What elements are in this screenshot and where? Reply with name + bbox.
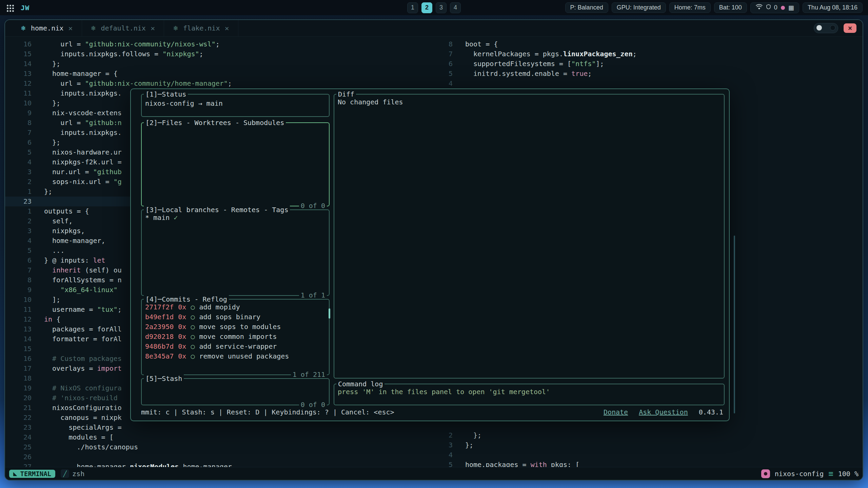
panel-files[interactable]: [2]─Files - Worktrees - Submodules 0 of … <box>141 122 330 206</box>
line-number: 13 <box>5 324 44 334</box>
shell-name: zsh <box>72 470 84 478</box>
donate-link[interactable]: Donate <box>604 408 628 416</box>
keyboard-grid-icon: ▦ <box>788 4 794 11</box>
line-number: 11 <box>5 305 44 314</box>
tab-close-icon[interactable]: × <box>68 24 73 33</box>
line-number: 8 <box>5 275 44 285</box>
tab-label: home.nix <box>31 24 63 32</box>
code-line[interactable]: 2 }; <box>443 430 863 440</box>
scrollbar-thumb[interactable] <box>734 236 735 413</box>
code-line[interactable]: 5 initrd.systemd.enable = true; <box>443 69 863 79</box>
apps-grid-icon[interactable] <box>7 5 8 6</box>
panel-branches[interactable]: [3]─Local branches - Remotes - Tags * ma… <box>141 209 330 296</box>
code-line[interactable]: 14 }; <box>5 59 443 69</box>
statusbar-right: nixos-config ≡ 100 % <box>761 469 859 479</box>
topbar-right: P: Balanced GPU: Integrated Home: 7ms Ba… <box>565 2 863 13</box>
commit-row[interactable]: b49ef1d0x○add sops binary <box>145 312 326 322</box>
commit-row[interactable]: d9202180x○move common imports <box>145 332 326 342</box>
code-line[interactable]: 3}; <box>443 440 863 450</box>
line-number: 16 <box>5 39 44 49</box>
network-latency[interactable]: Home: 7ms <box>669 2 711 13</box>
code-line[interactable]: 6 supportedFilesystems = ["ntfs"]; <box>443 59 863 69</box>
tab-home-nix[interactable]: ❄ home.nix × <box>12 20 82 36</box>
line-number: 15 <box>5 49 44 59</box>
code-line[interactable]: 4 <box>443 450 863 460</box>
commit-row[interactable]: 8e345a70x○remove unused packages <box>145 351 326 361</box>
line-number: 10 <box>5 295 44 305</box>
window-controls: × <box>814 23 856 33</box>
line-number: 6 <box>5 256 44 265</box>
tab-close-icon[interactable]: × <box>151 24 155 33</box>
panel-diff[interactable]: Diff No changed files <box>334 94 725 379</box>
shield-icon <box>766 4 771 11</box>
nix-snowflake-icon: ❄ <box>91 24 96 32</box>
code-line[interactable]: 16 url = "github:nix-community/nixos-wsl… <box>5 39 443 49</box>
line-number: 12 <box>5 79 44 88</box>
gpu-status[interactable]: GPU: Integrated <box>612 2 666 13</box>
code-line[interactable]: 26 <box>5 452 443 462</box>
code-line[interactable]: 15 inputs.nixpkgs.follows = "nixpkgs"; <box>5 49 443 59</box>
line-number: 17 <box>5 364 44 373</box>
panel-stash[interactable]: [5]─Stash 0 of 0 <box>141 378 330 405</box>
lazygit-overlay: [1]─Status nixos-config → main [2]─Files… <box>130 88 730 421</box>
code-line[interactable]: 25 ./hosts/canopus <box>5 442 443 452</box>
logo[interactable]: JW <box>21 4 29 12</box>
commit-row[interactable]: 9486b7d0x○add service-wrapper <box>145 342 326 351</box>
panel-command-log-title: Command log <box>336 379 384 389</box>
workspace-switcher: 1 2 3 4 <box>407 0 461 15</box>
line-number: 23 <box>5 423 44 432</box>
ask-question-link[interactable]: Ask Question <box>639 408 688 416</box>
status-bar: ◣ TERMINAL ╱ zsh nixos-config ≡ 100 % <box>5 467 863 480</box>
panel-branches-title: [3]─Local branches - Remotes - Tags <box>144 205 290 215</box>
code-line[interactable]: 24 modules = [ <box>5 432 443 442</box>
panel-files-title: [2]─Files - Worktrees - Submodules <box>144 118 286 128</box>
power-profile[interactable]: P: Balanced <box>565 2 608 13</box>
nix-snowflake-icon: ❄ <box>21 24 26 32</box>
line-number: 7 <box>443 49 456 59</box>
window-mode-toggle[interactable] <box>814 23 838 33</box>
line-number: 25 <box>5 442 44 452</box>
line-number: 15 <box>5 344 44 354</box>
line-number: 11 <box>5 88 44 98</box>
line-number: 3 <box>5 167 44 177</box>
code-line[interactable]: 23 specialArgs = <box>5 423 443 432</box>
code-line[interactable]: 8boot = { <box>443 39 863 49</box>
tab-flake-nix[interactable]: ❄ flake.nix × <box>164 20 238 36</box>
panel-command-log[interactable]: Command log press 'M' in the files panel… <box>334 384 725 405</box>
code-line[interactable]: 12 url = "github:nix-community/home-mana… <box>5 79 443 88</box>
panel-commits[interactable]: [4]─Commits - Reflog 2717f2f0x○add mopid… <box>141 299 330 375</box>
wifi-icon <box>755 4 763 12</box>
line-number: 10 <box>5 98 44 108</box>
line-number: 1 <box>5 187 44 197</box>
code-line[interactable]: 4 <box>443 79 863 88</box>
commit-row[interactable]: 2a239500x○move sops to modules <box>145 322 326 332</box>
tab-bar: ❄ home.nix × ❄ default.nix × ❄ flake.nix… <box>5 20 863 37</box>
clock[interactable]: Thu Aug 08, 18:16 <box>803 2 863 13</box>
workspace-3[interactable]: 3 <box>436 2 447 13</box>
line-number: 2 <box>5 216 44 226</box>
window-close-button[interactable]: × <box>844 23 856 33</box>
keybinding-hints: mmit: c | Stash: s | Reset: D | Keybindi… <box>141 407 394 417</box>
topbar: JW 1 2 3 4 P: Balanced GPU: Integrated H… <box>0 0 868 15</box>
code-line[interactable] <box>443 421 863 430</box>
code-line[interactable]: 13 home-manager = { <box>5 69 443 79</box>
lazygit-version: 0.43.1 <box>699 408 723 416</box>
line-number: 5 <box>443 69 456 79</box>
workspace-2[interactable]: 2 <box>421 2 432 13</box>
line-number: 8 <box>443 39 456 49</box>
tab-close-icon[interactable]: × <box>224 24 229 33</box>
battery-status[interactable]: Bat: 100 <box>714 2 747 13</box>
code-line[interactable]: 7 kernelPackages = pkgs.linuxPackages_ze… <box>443 49 863 59</box>
commits-scrollbar[interactable] <box>329 308 330 319</box>
system-tray[interactable]: 0 ▦ <box>750 2 799 13</box>
tab-label: default.nix <box>101 24 145 32</box>
lazygit-links: Donate Ask Question 0.43.1 <box>597 407 723 417</box>
line-number: 13 <box>5 69 44 79</box>
workspace-1[interactable]: 1 <box>407 2 418 13</box>
workspace-4[interactable]: 4 <box>450 2 461 13</box>
panel-status[interactable]: [1]─Status nixos-config → main <box>141 94 330 117</box>
line-number <box>443 421 456 430</box>
diff-content: No changed files <box>334 95 724 110</box>
tab-default-nix[interactable]: ❄ default.nix × <box>82 20 164 36</box>
line-number: 3 <box>5 226 44 236</box>
